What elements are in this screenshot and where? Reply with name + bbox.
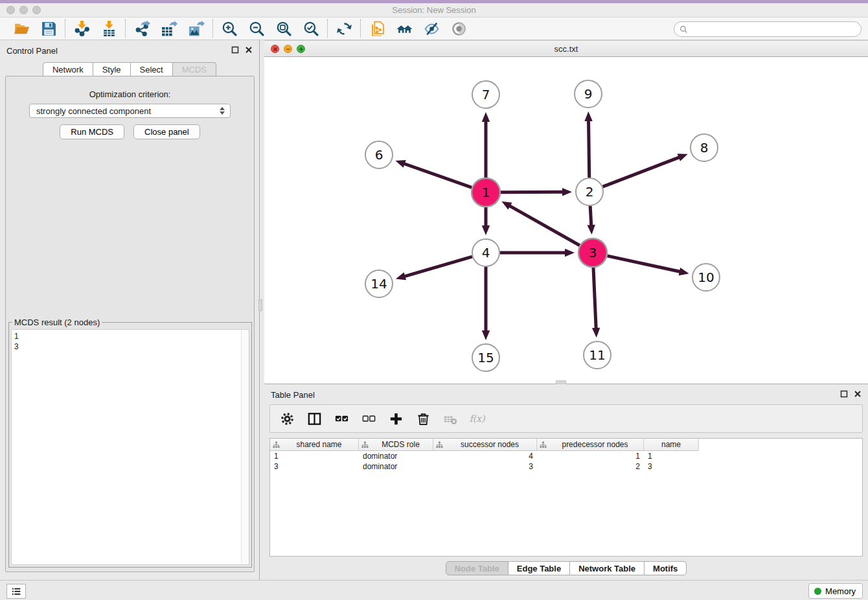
svg-text:7: 7	[482, 87, 490, 102]
tab-style[interactable]: Style	[93, 62, 131, 76]
search-input[interactable]	[691, 25, 856, 34]
list-icon	[10, 586, 22, 597]
zoom-out-icon[interactable]	[247, 19, 266, 38]
toolbar-group	[213, 19, 327, 38]
app-titlebar: Session: New Session	[0, 3, 868, 17]
dropdown-stepper-icon	[218, 106, 226, 116]
mcds-tab-content: Optimization criterion: strongly connect…	[5, 76, 255, 572]
main-toolbar	[0, 17, 868, 40]
tab-network[interactable]: Network	[43, 62, 93, 76]
tab-node-table[interactable]: Node Table	[446, 561, 508, 575]
graph-node-1[interactable]: 1	[472, 178, 500, 207]
show-columns-icon[interactable]	[305, 410, 323, 428]
edge-2-3[interactable]	[590, 206, 591, 226]
table-cell: 1	[644, 451, 699, 461]
criterion-dropdown[interactable]: strongly connected component	[29, 104, 231, 118]
edge-arrow-2-3	[588, 225, 595, 235]
tab-edge-table[interactable]: Edge Table	[508, 561, 570, 575]
zoom-selected-icon[interactable]	[301, 19, 321, 38]
column-header-predecessor-nodes[interactable]: predecessor nodes	[537, 439, 644, 451]
hide-selected-icon[interactable]	[422, 19, 441, 38]
graph-node-6[interactable]: 6	[365, 141, 393, 168]
column-header-name[interactable]: name	[644, 439, 699, 451]
graph-node-4[interactable]: 4	[472, 239, 499, 266]
toolbar-group	[126, 19, 212, 38]
export-image-icon[interactable]	[187, 19, 206, 38]
run-mcds-button[interactable]: Run MCDS	[60, 124, 124, 139]
edge-2-9[interactable]	[589, 120, 589, 178]
graph-node-3[interactable]: 3	[578, 238, 607, 267]
open-folder-icon[interactable]	[12, 19, 31, 38]
edge-4-14[interactable]	[404, 257, 472, 277]
tab-motifs[interactable]: Motifs	[645, 561, 687, 575]
network-title: scc.txt	[264, 44, 868, 54]
table-row[interactable]: 3dominator323	[270, 461, 862, 472]
horizontal-splitter-handle[interactable]	[556, 380, 566, 384]
graph-node-15[interactable]: 15	[472, 344, 499, 371]
network-window-titlebar[interactable]: scc.txt	[264, 40, 868, 57]
result-scrollbar[interactable]	[241, 330, 249, 564]
edge-1-6[interactable]	[404, 163, 472, 187]
edge-3-10[interactable]	[607, 256, 680, 272]
zoom-in-icon[interactable]	[220, 19, 239, 38]
export-network-icon[interactable]	[132, 19, 152, 38]
graph-node-7[interactable]: 7	[472, 81, 499, 108]
float-panel-icon[interactable]	[231, 46, 239, 54]
table-cell: 3	[644, 461, 699, 472]
memory-button[interactable]: Memory	[808, 583, 863, 599]
show-all-icon[interactable]	[449, 19, 468, 38]
node-table: shared nameMCDS rolesuccessor nodesprede…	[269, 438, 863, 557]
table-cell: 2	[537, 461, 644, 472]
graph-node-10[interactable]: 10	[692, 264, 720, 291]
deselect-all-icon[interactable]	[360, 410, 378, 428]
clone-network-icon[interactable]	[367, 19, 387, 38]
svg-text:1: 1	[482, 185, 490, 200]
refresh-icon[interactable]	[334, 19, 354, 38]
edge-arrow-2-9	[584, 111, 592, 121]
table-row[interactable]: 1dominator411	[270, 451, 862, 461]
graph-node-2[interactable]: 2	[576, 178, 603, 205]
export-table-icon[interactable]	[159, 19, 179, 38]
search-icon	[680, 25, 688, 34]
task-history-button[interactable]	[6, 584, 26, 599]
delete-icon[interactable]	[414, 410, 432, 428]
edge-3-1[interactable]	[509, 205, 580, 246]
network-canvas[interactable]: 7968124314101511	[264, 57, 868, 384]
edge-3-11[interactable]	[593, 268, 596, 329]
float-table-panel-icon[interactable]	[840, 390, 848, 398]
close-table-panel-icon[interactable]	[854, 390, 862, 398]
tab-network-table[interactable]: Network Table	[570, 561, 645, 575]
graph-node-8[interactable]: 8	[691, 134, 718, 161]
zoom-fit-icon[interactable]	[274, 19, 293, 38]
vertical-splitter-handle[interactable]	[258, 299, 262, 311]
column-header-successor-nodes[interactable]: successor nodes	[433, 439, 537, 451]
graph-node-14[interactable]: 14	[365, 270, 393, 297]
add-icon[interactable]	[387, 410, 405, 428]
svg-text:10: 10	[698, 270, 714, 285]
delete-table-icon	[441, 410, 459, 428]
import-table-icon[interactable]	[99, 19, 119, 38]
status-bar: Memory	[0, 580, 868, 600]
table-settings-icon[interactable]	[278, 410, 296, 428]
edge-1-2[interactable]	[501, 192, 564, 192]
tab-select[interactable]: Select	[131, 62, 173, 76]
graph-node-9[interactable]: 9	[575, 80, 602, 108]
control-panel: Control Panel NetworkStyleSelectMCDS Opt…	[0, 40, 260, 580]
edge-2-8[interactable]	[603, 157, 680, 187]
column-header-MCDS-role[interactable]: MCDS role	[359, 439, 433, 451]
close-panel-icon[interactable]	[245, 46, 253, 54]
graph-node-11[interactable]: 11	[584, 341, 611, 369]
import-network-icon[interactable]	[72, 19, 91, 38]
application-window: Session: New Session Control Panel Netwo…	[0, 0, 868, 600]
toolbar-icon-groups	[5, 19, 475, 38]
close-panel-button[interactable]: Close panel	[133, 124, 200, 139]
select-all-icon[interactable]	[332, 410, 350, 428]
toolbar-group	[65, 19, 125, 38]
mcds-result-textarea[interactable]: 1 3	[11, 329, 249, 565]
first-neighbors-icon[interactable]	[394, 19, 414, 38]
tab-mcds[interactable]: MCDS	[173, 62, 216, 76]
column-header-shared-name[interactable]: shared name	[270, 439, 359, 451]
function-builder-icon: f(x)	[468, 410, 486, 428]
search-box[interactable]	[674, 21, 862, 37]
save-session-icon[interactable]	[39, 19, 58, 38]
